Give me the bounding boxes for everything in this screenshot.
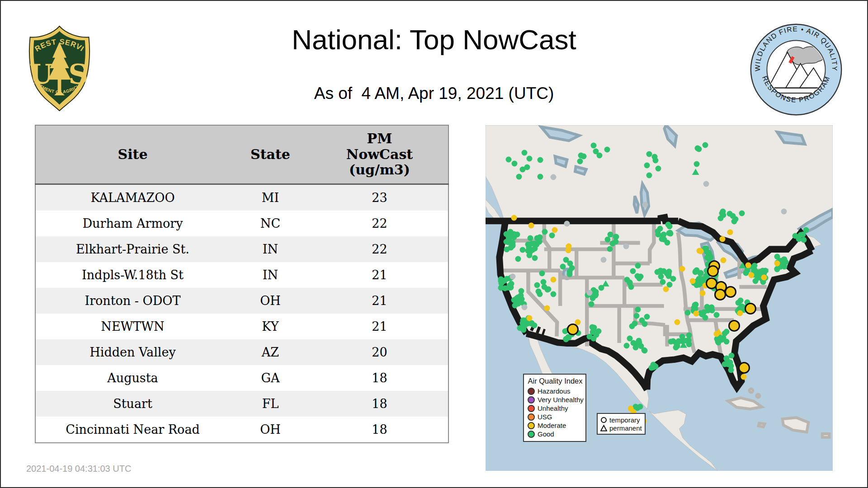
monitor-dot-good <box>539 271 545 277</box>
aqi-legend-item: Moderate <box>528 422 583 429</box>
monitor-dot-good <box>511 161 517 167</box>
monitor-dot-inactive <box>601 257 607 263</box>
temporary-circle-icon <box>600 417 607 423</box>
table-cell-value: 18 <box>311 391 448 417</box>
aqi-legend-label: USG <box>538 413 552 421</box>
legend-label-temporary: temporary <box>609 416 640 424</box>
table-row: Durham ArmoryNC22 <box>35 211 448 236</box>
monitor-dot-good <box>661 231 667 237</box>
aqi-legend: Air Quality Index HazardousVery Unhealth… <box>523 374 586 442</box>
table-cell-site: Elkhart-Prairie St. <box>35 236 230 262</box>
monitor-dot-good <box>538 157 543 163</box>
monitor-dot-good <box>696 146 702 152</box>
aqi-legend-item: USG <box>528 413 583 421</box>
monitor-dot-good <box>731 218 737 224</box>
monitor-dot-good <box>801 237 807 243</box>
permanent-monitor-triangle <box>602 280 609 286</box>
monitor-dot-good <box>541 279 547 285</box>
monitor-dot-moderate <box>700 290 706 296</box>
monitor-dot-good <box>519 166 525 172</box>
report-page: FOREST SERVICE DEPARTMENT OF AGRICULTURE… <box>0 0 868 488</box>
monitor-dot-good <box>505 239 511 245</box>
monitor-dot-good <box>646 173 652 178</box>
monitor-dot-good <box>613 234 619 240</box>
monitor-dot-moderate <box>761 274 767 280</box>
monitor-dot-good <box>546 286 552 292</box>
monitor-dot-moderate <box>550 277 556 282</box>
monitor-dot-good <box>760 267 765 273</box>
monitor-dot-moderate <box>674 319 680 325</box>
table-row: Hidden ValleyAZ20 <box>35 339 448 365</box>
monitor-dot-good <box>525 242 531 248</box>
table-cell-state: KY <box>230 314 311 339</box>
monitor-dot-moderate <box>719 236 725 242</box>
monitor-dot-good <box>623 343 629 349</box>
table-row: Cincinnati Near RoadOH18 <box>35 417 448 443</box>
monitor-dot-inactive <box>522 305 528 310</box>
monitor-dot-good <box>549 232 555 238</box>
monitor-dot-good <box>567 261 573 267</box>
monitor-dot-good <box>630 268 636 274</box>
monitor-dot-inactive <box>703 181 709 187</box>
monitor-dot-good <box>633 404 639 409</box>
monitor-dot-good <box>520 321 526 327</box>
monitor-dot-moderate <box>721 258 726 263</box>
table-cell-state: OH <box>230 288 311 314</box>
table-cell-state: IN <box>230 236 311 262</box>
monitor-dot-good <box>542 229 547 235</box>
monitor-dot-good <box>693 268 699 274</box>
table-cell-value: 22 <box>311 236 448 262</box>
legend-label-permanent: permanent <box>609 424 642 432</box>
monitor-dot-good <box>727 211 733 216</box>
monitor-dot-good <box>652 364 658 370</box>
table-cell-state: NC <box>230 211 311 236</box>
monitor-dot-moderate <box>693 310 699 316</box>
aqi-swatch-icon <box>528 431 535 438</box>
table-row: Indpls-W.18th StIN21 <box>35 262 448 288</box>
monitor-dot-good <box>702 142 708 148</box>
column-header-site: Site <box>35 125 230 184</box>
monitor-dot-inactive <box>550 174 556 180</box>
table-cell-site: Cincinnati Near Road <box>35 417 230 443</box>
aqi-legend-label: Good <box>538 430 554 438</box>
top-site-marker <box>728 320 740 332</box>
table-cell-value: 18 <box>311 365 448 391</box>
legend-row-permanent: permanent <box>600 424 642 432</box>
monitor-dot-good <box>655 232 661 238</box>
monitor-dot-inactive <box>587 290 593 296</box>
monitor-dot-good <box>644 163 650 169</box>
monitor-dot-good <box>651 154 657 160</box>
page-title: National: Top NowCast <box>1 23 867 56</box>
aqi-legend-item: Good <box>528 430 583 438</box>
monitor-dot-good <box>504 247 509 253</box>
monitor-dot-good <box>668 338 674 344</box>
monitor-dot-good <box>508 281 514 286</box>
aqi-legend-label: Hazardous <box>538 387 571 395</box>
monitor-dot-good <box>724 356 730 361</box>
monitor-dot-good <box>627 336 632 342</box>
monitor-dot-good <box>629 323 635 329</box>
table-row: NEWTWNKY21 <box>35 314 448 339</box>
aqi-legend-item: Very Unhealthy <box>528 396 583 404</box>
monitor-dot-good <box>609 241 615 247</box>
aqi-swatch-icon <box>528 422 535 429</box>
table-cell-site: Hidden Valley <box>35 339 230 365</box>
monitor-dot-good <box>684 338 690 343</box>
monitor-dot-moderate <box>526 315 532 321</box>
table-row: Ironton - ODOTOH21 <box>35 288 448 314</box>
monitor-dot-good <box>719 211 725 216</box>
monitor-dot-good <box>701 310 707 315</box>
table-row: Elkhart-Prairie St.IN22 <box>35 236 448 262</box>
monitor-dot-good <box>707 255 713 261</box>
monitor-dot-moderate <box>663 286 669 292</box>
monitor-dot-good <box>593 148 599 154</box>
monitor-dot-good <box>532 255 538 261</box>
monitor-dot-moderate <box>544 305 550 311</box>
permanent-monitor-triangle <box>692 169 699 175</box>
monitor-dot-good <box>796 236 802 242</box>
monitor-dot-good <box>509 232 515 238</box>
monitor-dot-good <box>664 240 670 246</box>
table-cell-value: 20 <box>311 339 448 365</box>
monitor-dot-inactive <box>564 221 570 227</box>
monitor-dot-good <box>636 340 642 346</box>
